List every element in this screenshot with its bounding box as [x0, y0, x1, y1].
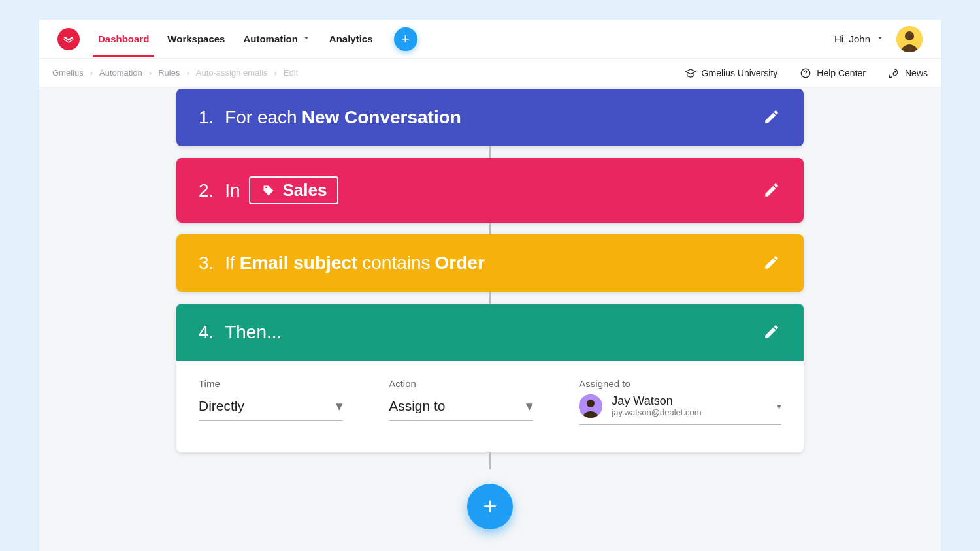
step-then: 4. Then... Time Directly ▾ [176, 304, 804, 452]
pencil-icon [763, 254, 780, 271]
step-number: 1. [199, 107, 214, 128]
step-prefix: If [225, 253, 235, 274]
condition-field: Email subject [240, 253, 358, 274]
pencil-icon [763, 323, 780, 340]
user-menu[interactable]: Hi, John [834, 33, 885, 44]
nav-analytics[interactable]: Analytics [329, 33, 373, 44]
edit-condition-button[interactable] [763, 254, 781, 272]
link-help-label: Help Center [817, 68, 866, 78]
graduation-cap-icon [685, 67, 696, 79]
step-scope[interactable]: 2. In Sales [176, 158, 804, 223]
nav-dashboard[interactable]: Dashboard [98, 33, 149, 44]
assignee-avatar [579, 394, 602, 418]
subbar: Gmelius › Automation › Rules › Auto-assi… [39, 59, 941, 87]
time-value: Directly [199, 398, 244, 414]
plus-icon: + [401, 31, 410, 48]
assignee-email: jay.watson@dealet.com [612, 407, 701, 417]
step-number: 4. [199, 322, 214, 343]
time-select[interactable]: Directly ▾ [199, 394, 343, 421]
nav-workspaces[interactable]: Workspaces [167, 33, 225, 44]
avatar-icon [896, 26, 923, 52]
flow-connector [489, 292, 491, 304]
flow-connector [489, 146, 491, 158]
step-value: New Conversation [302, 107, 461, 128]
breadcrumb-root[interactable]: Gmelius [52, 68, 84, 78]
nav-add-button[interactable]: + [394, 27, 417, 51]
flow-connector [489, 452, 491, 469]
brand-logo[interactable] [57, 28, 80, 50]
pencil-icon [763, 181, 780, 198]
chevron-down-icon [875, 33, 885, 44]
chevron-down-icon [302, 33, 311, 44]
avatar-icon [579, 394, 602, 418]
step-then-label: Then... [225, 322, 282, 343]
scope-tag-label: Sales [283, 180, 327, 200]
assignee-select[interactable]: Jay Watson jay.watson@dealet.com ▾ [579, 394, 781, 425]
svg-point-5 [587, 400, 595, 407]
breadcrumb-rules[interactable]: Rules [158, 68, 180, 78]
edit-trigger-button[interactable] [763, 108, 781, 127]
nav-automation-label: Automation [243, 33, 297, 44]
chevron-down-icon: ▾ [336, 398, 343, 414]
user-greeting: Hi, John [834, 33, 870, 44]
add-step-button[interactable]: + [467, 484, 513, 529]
assigned-to-field: Assigned to Jay Watson jay.watson@dealet… [579, 378, 781, 425]
step-condition-text: 3. If Email subject contains Order [199, 253, 485, 274]
step-prefix: For each [225, 107, 297, 128]
breadcrumb-automation[interactable]: Automation [99, 68, 142, 78]
breadcrumb-edit: Edit [284, 68, 298, 78]
chevron-right-icon: › [149, 68, 152, 78]
chevron-down-icon: ▾ [526, 398, 533, 414]
step-number: 2. [199, 180, 214, 201]
edit-then-button[interactable] [763, 323, 781, 341]
step-prefix: In [225, 180, 240, 201]
topbar: Dashboard Workspaces Automation Analytic… [39, 20, 941, 59]
topbar-right: Hi, John [834, 26, 923, 52]
primary-nav: Dashboard Workspaces Automation Analytic… [98, 27, 417, 51]
action-value: Assign to [389, 398, 445, 414]
action-label: Action [389, 378, 533, 389]
step-then-header[interactable]: 4. Then... [176, 304, 804, 361]
step-scope-text: 2. In Sales [199, 176, 338, 204]
step-trigger-text: 1. For each New Conversation [199, 107, 461, 128]
step-condition[interactable]: 3. If Email subject contains Order [176, 234, 804, 292]
scope-tag: Sales [249, 176, 339, 204]
assignee-name: Jay Watson [612, 395, 701, 408]
step-number: 3. [199, 253, 214, 274]
plus-icon: + [483, 493, 497, 520]
time-field: Time Directly ▾ [199, 378, 343, 425]
chevron-right-icon: › [274, 68, 277, 78]
assignee-text: Jay Watson jay.watson@dealet.com [612, 395, 701, 418]
link-help-center[interactable]: Help Center [800, 67, 866, 79]
assigned-to-label: Assigned to [579, 378, 781, 389]
time-label: Time [199, 378, 343, 389]
tag-icon [261, 184, 276, 197]
condition-operator: contains [362, 253, 430, 274]
breadcrumb: Gmelius › Automation › Rules › Auto-assi… [52, 68, 298, 78]
rule-flow: 1. For each New Conversation 2. In Sales [176, 89, 804, 529]
flow-connector [489, 223, 491, 234]
step-then-text: 4. Then... [199, 322, 282, 343]
pencil-icon [763, 108, 780, 125]
condition-value: Order [435, 253, 485, 274]
rule-canvas: 1. For each New Conversation 2. In Sales [39, 87, 941, 551]
rocket-icon [888, 67, 900, 79]
link-news-label: News [905, 68, 928, 78]
step-then-body: Time Directly ▾ Action Assign to ▾ [176, 361, 804, 452]
chevron-right-icon: › [186, 68, 189, 78]
edit-scope-button[interactable] [763, 181, 781, 200]
nav-automation[interactable]: Automation [243, 33, 310, 44]
breadcrumb-rule-name[interactable]: Auto-assign emails [196, 68, 268, 78]
app-shell: Dashboard Workspaces Automation Analytic… [39, 20, 941, 551]
action-select[interactable]: Assign to ▾ [389, 394, 533, 421]
link-news[interactable]: News [888, 67, 928, 79]
link-university[interactable]: Gmelius University [685, 67, 778, 79]
chevron-down-icon: ▾ [777, 401, 781, 411]
gmelius-logo-icon [62, 33, 75, 46]
action-field: Action Assign to ▾ [389, 378, 533, 425]
svg-point-1 [905, 31, 914, 40]
sublinks: Gmelius University Help Center News [685, 67, 928, 79]
help-icon [800, 67, 811, 79]
user-avatar[interactable] [896, 26, 923, 52]
step-trigger[interactable]: 1. For each New Conversation [176, 89, 804, 146]
